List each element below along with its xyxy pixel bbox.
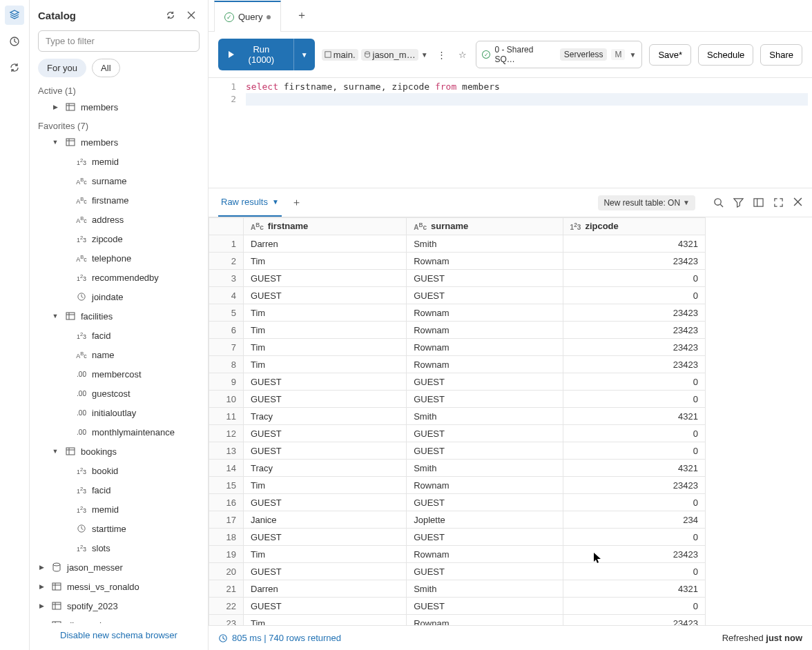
chevron-down-icon: ▼ [272,198,279,206]
svg-rect-8 [66,313,75,319]
table-row[interactable]: 20GUESTGUEST0 [209,563,706,580]
table-row[interactable]: 19TimRownam23423 [209,546,706,563]
table-row[interactable]: 13GUESTGUEST0 [209,442,706,460]
tree-col-address[interactable]: ABcaddress [30,210,208,229]
schedule-button[interactable]: Schedule [698,44,753,66]
sidebar-title: Catalog [38,10,158,21]
clock-icon [218,633,228,643]
search-icon [713,197,724,208]
check-circle-icon: ✓ [224,12,234,22]
catalog-icon [9,10,20,21]
tree-col-bookid[interactable]: 123bookid [30,461,208,480]
table-row[interactable]: 10GUESTGUEST0 [209,391,706,408]
catalog-filter-input[interactable] [38,30,200,52]
save-button[interactable]: Save* [649,44,691,66]
tree-active-members[interactable]: ▶members [30,97,208,117]
col-header-zipcode[interactable]: 123zipcode [563,218,705,235]
share-button[interactable]: Share [760,44,802,66]
results-grid[interactable]: ABcfirstnameABcsurname123zipcode1DarrenS… [209,217,812,625]
tree-table-members[interactable]: ▼members [30,132,208,152]
close-results-button[interactable] [793,197,802,208]
svg-rect-1 [66,104,75,110]
pill-all[interactable]: All [92,59,119,77]
code-area[interactable]: select firstname, surname, zipcode from … [242,78,812,188]
line-gutter: 12 [209,78,242,188]
panel-toggle-button[interactable] [753,197,764,208]
tree-item-messi_vs_ronaldo[interactable]: ▶messi_vs_ronaldo [30,577,208,596]
history-icon [9,36,20,47]
table-row[interactable]: 17JaniceJoplette234 [209,511,706,529]
pill-for-you[interactable]: For you [38,59,86,77]
add-result-tab-button[interactable]: ＋ [291,196,302,209]
col-header-surname[interactable]: ABcsurname [407,218,563,235]
loop-icon [9,62,20,73]
table-row[interactable]: 8TimRownam23423 [209,356,706,373]
tree-col-slots[interactable]: 123slots [30,538,208,558]
table-row[interactable]: 1DarrenSmith4321 [209,235,706,253]
tree-table-bookings[interactable]: ▼bookings [30,442,208,461]
tree-col-firstname[interactable]: ABcfirstname [30,190,208,210]
new-tab-button[interactable]: ＋ [291,8,313,23]
tree-col-surname[interactable]: ABcsurname [30,171,208,190]
table-row[interactable]: 22GUESTGUEST0 [209,598,706,615]
tree-col-starttime[interactable]: starttime [30,519,208,538]
tree-col-initialoutlay[interactable]: .00initialoutlay [30,403,208,422]
svg-point-26 [365,52,369,54]
col-header-firstname[interactable]: ABcfirstname [244,218,407,235]
table-row[interactable]: 3GUESTGUEST0 [209,270,706,287]
table-row[interactable]: 2TimRownam23423 [209,253,706,270]
table-row[interactable]: 15TimRownam23423 [209,477,706,494]
table-row[interactable]: 14TracySmith4321 [209,460,706,477]
tree-col-guestcost[interactable]: .00guestcost [30,384,208,403]
tree-col-joindate[interactable]: joindate [30,287,208,306]
table-row[interactable]: 12GUESTGUEST0 [209,425,706,442]
star-button[interactable]: ☆ [456,50,470,60]
tree-item-jason_messer[interactable]: ▶jason_messer [30,558,208,577]
sidebar-close-button[interactable] [183,7,200,23]
table-row[interactable]: 4GUESTGUEST0 [209,287,706,304]
tree-col-membercost[interactable]: .00membercost [30,364,208,384]
results-tabs: Raw results ▼ ＋ New result table: ON ▼ [209,188,812,217]
svg-point-15 [53,563,60,566]
main-area: ✓ Query ＋ Run (1000) ▼ main. jason_m… ▼ … [209,0,812,650]
table-row[interactable]: 18GUESTGUEST0 [209,529,706,546]
tree-item-diamonds[interactable]: ▶diamonds [30,615,208,623]
rail-catalog-button[interactable] [5,6,24,25]
tree-col-facid[interactable]: 123facid [30,326,208,345]
tree-col-facid[interactable]: 123facid [30,480,208,500]
tree-item-spotify_2023[interactable]: ▶spotify_2023 [30,596,208,615]
sql-editor[interactable]: 12 select firstname, surname, zipcode fr… [209,78,812,188]
fullscreen-button[interactable] [773,197,784,208]
table-row[interactable]: 11TracySmith4321 [209,408,706,425]
sidebar-refresh-button[interactable] [162,7,179,23]
tree-col-recommendedby[interactable]: 123recommendedby [30,268,208,287]
rail-history-button[interactable] [5,32,24,51]
table-row[interactable]: 6TimRownam23423 [209,322,706,339]
schema-crumbs[interactable]: main. jason_m… ▼ [322,49,428,61]
result-table-toggle[interactable]: New result table: ON ▼ [598,195,695,210]
disable-schema-browser-link[interactable]: Disable new schema browser [30,623,208,650]
table-row[interactable]: 21DarrenSmith4321 [209,580,706,598]
tree-col-memid[interactable]: 123memid [30,500,208,519]
tree-table-facilities[interactable]: ▼facilities [30,306,208,326]
kebab-menu-button[interactable]: ⋮ [435,50,449,60]
col-rownum[interactable] [209,218,244,235]
table-row[interactable]: 9GUESTGUEST0 [209,373,706,391]
tab-query[interactable]: ✓ Query [214,1,281,32]
rail-refresh-button[interactable] [5,58,24,77]
tree-col-name[interactable]: ABcname [30,345,208,364]
results-tab-raw[interactable]: Raw results ▼ [218,188,282,217]
table-row[interactable]: 5TimRownam23423 [209,304,706,322]
table-row[interactable]: 7TimRownam23423 [209,339,706,356]
run-button[interactable]: Run (1000) [218,39,293,70]
cluster-selector[interactable]: ✓ 0 - Shared SQ… Serverless M ▼ [476,41,642,68]
table-row[interactable]: 23TimRownam23423 [209,615,706,626]
tree-col-monthlymaintenance[interactable]: .00monthlymaintenance [30,422,208,442]
table-row[interactable]: 16GUESTGUEST0 [209,494,706,511]
tree-col-telephone[interactable]: ABctelephone [30,248,208,268]
filter-results-button[interactable] [733,197,744,208]
search-results-button[interactable] [713,197,724,208]
tree-col-zipcode[interactable]: 123zipcode [30,229,208,248]
tree-col-memid[interactable]: 123memid [30,152,208,171]
run-options-button[interactable]: ▼ [293,39,315,70]
